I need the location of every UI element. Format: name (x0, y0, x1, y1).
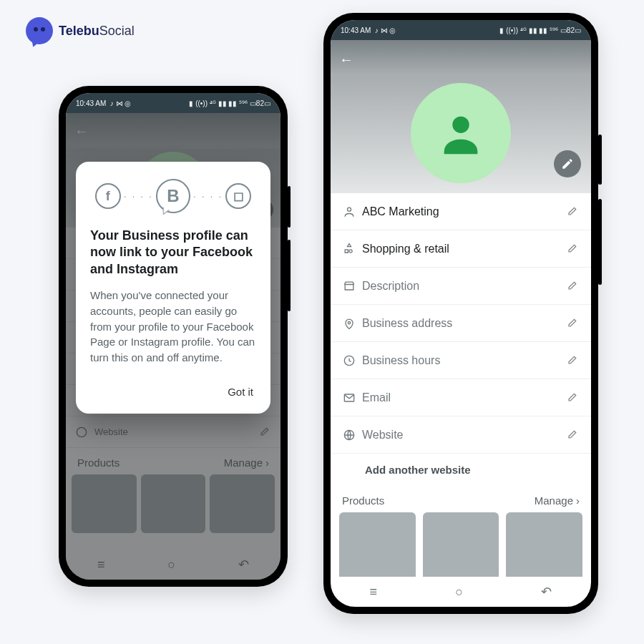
nav-home-icon[interactable]: ○ (455, 585, 463, 600)
products-header: Products Manage › (331, 486, 591, 512)
field-name-label: ABC Marketing (362, 205, 567, 218)
field-category[interactable]: Shopping & retail (331, 230, 591, 268)
pencil-icon (561, 157, 574, 170)
status-bar: 10:43 AM ♪ ⋈ ◎ ▮ ((•)) ⁴ᴳ ▮▮ ▮▮ ⁵⁹⁶ ▭82▭ (331, 20, 591, 40)
phone-frame-small: 10:43 AM ♪ ⋈ ◎ ▮ ((•)) ⁴ᴳ ▮▮ ▮▮ ⁵⁹⁶ ▭82▭… (59, 86, 288, 587)
modal-icon-row: f · · · · B · · · · ◻ (90, 179, 256, 213)
business-icon: B (156, 179, 190, 213)
edit-icon[interactable] (567, 353, 580, 369)
edit-photo-button[interactable] (554, 150, 581, 177)
android-nav-bar: ≡ ○ ↶ (331, 577, 591, 607)
link-socials-modal: f · · · · B · · · · ◻ Your Business prof… (76, 162, 270, 414)
product-tile[interactable] (506, 512, 582, 577)
product-grid (331, 512, 591, 577)
manage-products-button[interactable]: Manage › (535, 494, 580, 507)
field-email[interactable]: Email (331, 379, 591, 416)
field-hours[interactable]: Business hours (331, 342, 591, 379)
field-website[interactable]: Website (331, 416, 591, 454)
back-arrow-icon[interactable]: ← (339, 52, 353, 68)
field-address-label: Business address (362, 317, 567, 330)
clock-icon (342, 353, 362, 368)
product-tile[interactable] (339, 512, 416, 577)
app-bar: ← (331, 40, 591, 79)
edit-icon[interactable] (567, 427, 580, 443)
pin-icon (342, 316, 362, 331)
field-address[interactable]: Business address (331, 305, 591, 342)
modal-title: Your Business profile can now link to yo… (90, 228, 256, 278)
product-tile[interactable] (423, 512, 499, 577)
brand-name: TelebuSocial (59, 24, 135, 39)
svg-point-0 (452, 117, 469, 133)
store-icon (342, 279, 362, 293)
modal-confirm-button[interactable]: Got it (90, 381, 256, 402)
brand-logo: TelebuSocial (26, 17, 135, 44)
field-name[interactable]: ABC Marketing (331, 193, 591, 230)
field-description[interactable]: Description (331, 268, 591, 305)
edit-icon[interactable] (567, 316, 580, 331)
field-description-label: Description (362, 280, 567, 293)
edit-icon[interactable] (567, 204, 580, 220)
products-title: Products (342, 494, 384, 507)
person-outline-icon (342, 205, 362, 219)
category-icon (342, 242, 362, 256)
brand-bubble-icon (26, 17, 53, 44)
nav-back-icon[interactable]: ↶ (541, 584, 552, 600)
add-website-button[interactable]: Add another website (331, 454, 591, 486)
globe-icon (342, 428, 362, 442)
field-website-label: Website (362, 429, 567, 441)
nav-menu-icon[interactable]: ≡ (370, 585, 378, 600)
person-icon (436, 108, 486, 158)
modal-body: When you've connected your accounts, peo… (90, 288, 256, 366)
edit-icon[interactable] (567, 241, 580, 257)
phone-frame-large: 10:43 AM ♪ ⋈ ◎ ▮ ((•)) ⁴ᴳ ▮▮ ▮▮ ⁵⁹⁶ ▭82▭… (323, 13, 598, 614)
field-category-label: Shopping & retail (362, 243, 567, 255)
edit-icon[interactable] (567, 278, 580, 294)
field-hours-label: Business hours (362, 354, 567, 367)
facebook-icon: f (95, 183, 121, 209)
mail-icon (342, 391, 362, 405)
field-email-label: Email (362, 391, 567, 404)
chevron-right-icon: › (576, 494, 580, 507)
svg-point-1 (348, 208, 351, 211)
svg-point-2 (348, 321, 350, 323)
edit-icon[interactable] (567, 390, 580, 406)
profile-fields: ABC Marketing Shopping & retail Descript… (331, 193, 591, 577)
profile-header (331, 79, 591, 193)
instagram-icon: ◻ (225, 183, 251, 209)
status-bar: 10:43 AM ♪ ⋈ ◎ ▮ ((•)) ⁴ᴳ ▮▮ ▮▮ ⁵⁹⁶ ▭82▭ (66, 93, 280, 113)
avatar[interactable] (411, 83, 511, 183)
